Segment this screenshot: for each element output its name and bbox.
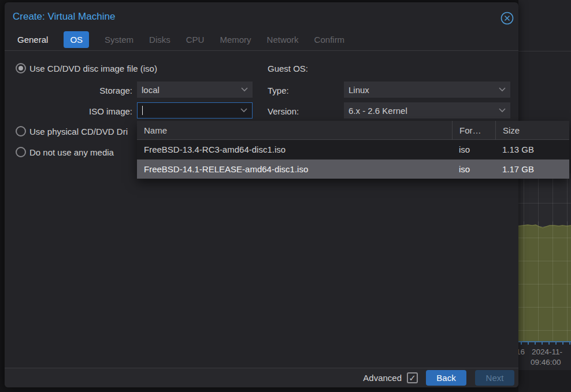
- tab-network[interactable]: Network: [267, 35, 299, 45]
- tab-disks[interactable]: Disks: [149, 35, 170, 45]
- iso-dropdown-header: Name For… Size: [137, 121, 569, 140]
- radio-selected-dot: [18, 66, 23, 71]
- os-version-select[interactable]: 6.x - 2.6 Kernel: [344, 102, 510, 119]
- iso-format: iso: [452, 145, 495, 154]
- chart-axis-time-next: 09:46:00: [531, 358, 561, 367]
- column-header-format[interactable]: For…: [452, 121, 495, 139]
- background-bottom-strip: [518, 370, 571, 392]
- dialog-title: Create: Virtual Machine: [13, 11, 115, 23]
- radio-no-media-label: Do not use any media: [29, 147, 114, 157]
- storage-value: local: [142, 85, 160, 95]
- iso-image-label: ISO image:: [40, 106, 132, 116]
- chart-axis-date-next: 2024-11-: [532, 347, 562, 356]
- column-header-size[interactable]: Size: [495, 121, 569, 139]
- background-divider: [518, 51, 571, 51]
- os-type-label: Type:: [268, 86, 289, 95]
- dialog-footer: Advanced ✓ Back Next: [5, 368, 518, 387]
- storage-select[interactable]: local: [137, 82, 253, 98]
- close-icon[interactable]: [500, 12, 514, 25]
- checkmark-icon: ✓: [409, 373, 416, 383]
- iso-row-freebsd-14[interactable]: FreeBSD-14.1-RELEASE-amd64-disc1.iso iso…: [137, 160, 569, 179]
- radio-use-physical[interactable]: [16, 126, 26, 136]
- background-page: 16 2024-11- 0 09:46:00: [518, 0, 571, 392]
- chevron-down-icon: [240, 108, 247, 113]
- background-memory-chart: [518, 173, 571, 342]
- iso-format: iso: [452, 164, 495, 174]
- tab-system[interactable]: System: [105, 35, 134, 45]
- next-button[interactable]: Next: [475, 370, 514, 386]
- tab-cpu[interactable]: CPU: [186, 35, 205, 45]
- chevron-down-icon: [499, 87, 506, 92]
- guest-os-heading: Guest OS:: [268, 64, 308, 73]
- iso-dropdown-panel: Name For… Size FreeBSD-13.4-RC3-amd64-di…: [137, 121, 569, 178]
- tab-general[interactable]: General: [17, 35, 48, 45]
- column-header-name[interactable]: Name: [137, 121, 452, 139]
- iso-row-freebsd-13[interactable]: FreeBSD-13.4-RC3-amd64-disc1.iso iso 1.1…: [137, 140, 569, 160]
- iso-size: 1.13 GB: [495, 145, 569, 154]
- advanced-checkbox[interactable]: ✓: [407, 372, 418, 383]
- radio-use-iso[interactable]: [16, 63, 26, 73]
- radio-no-media[interactable]: [16, 147, 26, 157]
- text-cursor: [142, 106, 143, 115]
- os-version-label: Version:: [268, 106, 299, 116]
- chevron-down-icon: [499, 108, 506, 113]
- radio-use-iso-label: Use CD/DVD disc image file (iso): [29, 64, 157, 73]
- tab-os[interactable]: OS: [64, 31, 89, 48]
- wizard-tabbar: General OS System Disks CPU Memory Netwo…: [5, 29, 518, 51]
- os-version-value: 6.x - 2.6 Kernel: [348, 106, 407, 116]
- advanced-label: Advanced: [363, 373, 402, 383]
- radio-use-physical-label: Use physical CD/DVD Dri: [29, 127, 128, 136]
- os-type-select[interactable]: Linux: [344, 82, 510, 98]
- iso-image-combobox[interactable]: [137, 102, 253, 119]
- tab-memory[interactable]: Memory: [220, 35, 251, 45]
- iso-name: FreeBSD-14.1-RELEASE-amd64-disc1.iso: [137, 164, 452, 174]
- tab-confirm[interactable]: Confirm: [314, 35, 345, 45]
- create-vm-dialog: Create: Virtual Machine General OS Syste…: [5, 2, 518, 387]
- iso-name: FreeBSD-13.4-RC3-amd64-disc1.iso: [137, 145, 452, 154]
- storage-label: Storage:: [40, 86, 132, 95]
- iso-size: 1.17 GB: [495, 164, 569, 174]
- os-type-value: Linux: [348, 85, 369, 95]
- chevron-down-icon: [241, 87, 248, 92]
- chart-gridline-overlay: [518, 221, 571, 341]
- chart-x-axis-ticks: [518, 342, 571, 345]
- back-button[interactable]: Back: [426, 370, 466, 386]
